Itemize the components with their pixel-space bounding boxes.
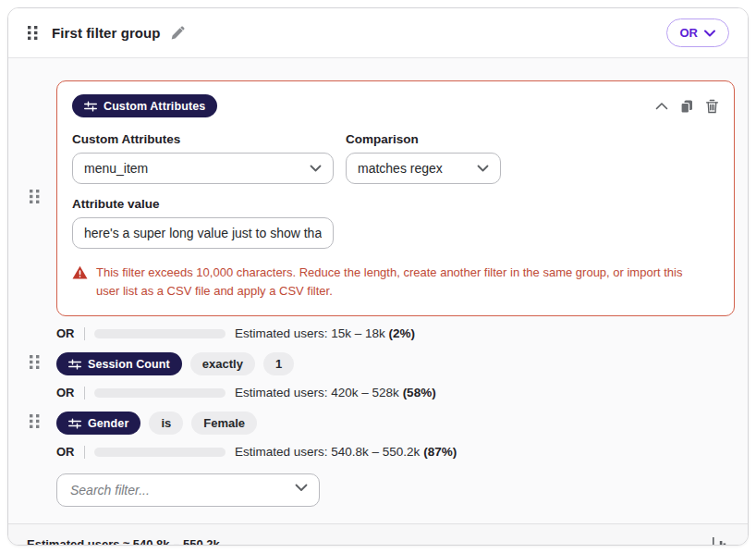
collapse-filter-button[interactable]: [655, 102, 668, 110]
filter-gutter: [29, 189, 56, 208]
attribute-field: Custom Attributes menu_item: [72, 132, 334, 184]
warning-message: This filter exceeds 10,000 characters. R…: [96, 264, 701, 301]
add-filter-search: [56, 473, 320, 507]
estimate-percent: (2%): [389, 326, 416, 340]
row-operator-label: OR: [56, 445, 79, 459]
delete-filter-button[interactable]: [705, 99, 719, 114]
comparison-select-value: matches regex: [358, 161, 477, 176]
estimate-bar: [94, 448, 226, 457]
value-pill[interactable]: Female: [191, 412, 257, 435]
comparison-select[interactable]: matches regex: [346, 153, 501, 184]
group-title: First filter group: [52, 25, 161, 41]
filter-row-session-count: Session Count exactly 1: [29, 352, 735, 375]
comparison-field-label: Comparison: [346, 132, 501, 146]
estimate-text: Estimated users: 540.8k – 550.2k (87%): [235, 445, 457, 459]
filter-type-label: Gender: [88, 417, 128, 430]
estimate-bar: [94, 329, 226, 338]
attribute-value-field: Attribute value: [72, 197, 719, 249]
estimate-text: Estimated users: 15k – 18k (2%): [235, 326, 415, 340]
filter-type-badge[interactable]: Session Count: [56, 352, 182, 375]
estimate-percent: (58%): [403, 386, 436, 399]
drag-handle-icon[interactable]: [29, 413, 41, 433]
divider: [84, 387, 85, 399]
group-operator-label: OR: [680, 26, 699, 40]
filter-card-error: Custom Attributes: [56, 80, 735, 316]
estimate-label: Estimated users: 15k – 18k: [235, 326, 385, 340]
divider: [84, 446, 85, 459]
filter-sliders-icon: [68, 418, 81, 429]
filter-row-custom-attributes: Custom Attributes: [29, 80, 735, 316]
row-operator-label: OR: [56, 326, 79, 340]
filter-group-card: First filter group OR: [7, 7, 749, 546]
drag-handle-icon[interactable]: [29, 354, 41, 374]
stats-chart-button[interactable]: [712, 536, 729, 547]
copy-icon: [679, 99, 694, 114]
drag-handle-icon[interactable]: [27, 25, 39, 41]
filter-sliders-icon: [84, 101, 97, 112]
estimate-row: OR Estimated users: 15k – 18k (2%): [56, 326, 735, 340]
duplicate-filter-button[interactable]: [679, 99, 694, 114]
chevron-down-icon: [310, 165, 322, 172]
filter-type-label: Session Count: [88, 358, 170, 371]
value-pill[interactable]: 1: [263, 352, 294, 375]
estimate-bar: [94, 388, 226, 398]
filter-type-label: Custom Attributes: [104, 100, 205, 113]
attribute-value-label: Attribute value: [72, 197, 719, 211]
chevron-down-icon: [477, 165, 489, 172]
estimate-row: OR Estimated users: 540.8k – 550.2k (87%…: [56, 445, 735, 459]
drag-handle-icon[interactable]: [29, 189, 41, 208]
bar-chart-icon: [712, 536, 729, 547]
warning-triangle-icon: [72, 265, 88, 280]
filter-type-badge: Custom Attributes: [72, 94, 217, 117]
filter-gutter: [29, 354, 56, 374]
estimate-percent: (87%): [423, 445, 457, 459]
attribute-select[interactable]: menu_item: [72, 153, 334, 184]
chevron-down-icon: [704, 30, 715, 37]
divider: [84, 327, 85, 340]
group-header: First filter group OR: [8, 8, 748, 58]
filter-row-gender: Gender is Female: [29, 412, 735, 435]
chevron-up-icon: [655, 102, 668, 110]
filter-type-badge[interactable]: Gender: [56, 412, 140, 435]
estimate-row: OR Estimated users: 420k – 528k (58%): [56, 386, 735, 399]
group-operator-dropdown[interactable]: OR: [666, 18, 730, 47]
group-footer: Estimated users ≈ 540.8k – 550.2k: [8, 523, 748, 546]
filter-sliders-icon: [68, 359, 81, 370]
estimate-label: Estimated users: 540.8k – 550.2k: [235, 445, 420, 459]
attribute-select-value: menu_item: [84, 161, 310, 176]
filter-gutter: [29, 413, 56, 433]
row-operator-label: OR: [56, 386, 79, 399]
estimate-text: Estimated users: 420k – 528k (58%): [235, 386, 436, 399]
edit-title-button[interactable]: [169, 25, 186, 42]
comparison-field: Comparison matches regex: [346, 132, 501, 184]
search-filter-input[interactable]: [56, 473, 320, 507]
footer-estimate-summary: Estimated users ≈ 540.8k – 550.2k: [27, 537, 220, 547]
attribute-value-input[interactable]: [72, 217, 334, 249]
trash-icon: [705, 99, 719, 114]
comparison-pill[interactable]: exactly: [190, 352, 255, 375]
group-body: Custom Attributes: [8, 58, 748, 523]
estimate-label: Estimated users: 420k – 528k: [235, 386, 399, 399]
comparison-pill[interactable]: is: [149, 412, 183, 435]
filter-warning: This filter exceeds 10,000 characters. R…: [72, 264, 719, 301]
attribute-field-label: Custom Attributes: [72, 132, 334, 146]
